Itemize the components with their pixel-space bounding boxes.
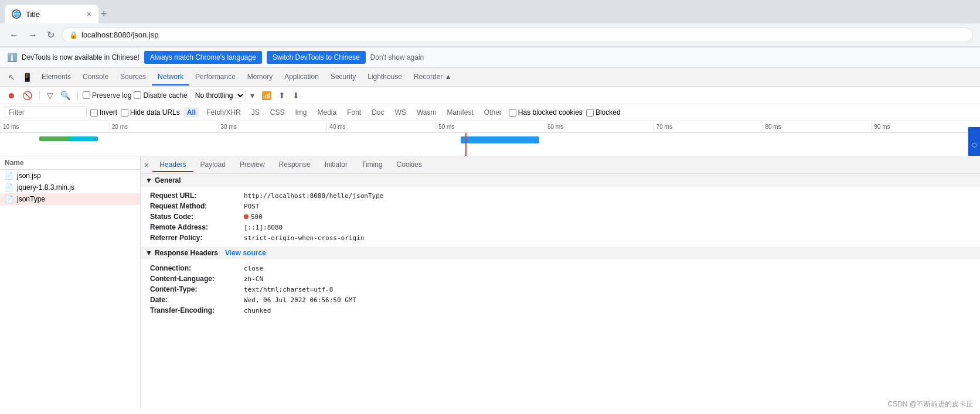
- mark-80ms: 80 ms: [762, 121, 871, 132]
- throttling-dropdown[interactable]: ▾: [248, 90, 257, 101]
- timeline-ruler: 10 ms 20 ms 30 ms 40 ms 50 ms 60 ms 70 m…: [0, 121, 980, 133]
- preserve-log-checkbox[interactable]: [83, 91, 90, 99]
- tab-console[interactable]: Console: [77, 69, 114, 85]
- detail-tab-payload[interactable]: Payload: [193, 158, 233, 172]
- blocked-checkbox[interactable]: [586, 109, 594, 117]
- file-name-jquery: jquery-1.8.3.min.js: [17, 183, 74, 191]
- date-row: Date: Wed, 06 Jul 2022 06:56:50 GMT: [150, 295, 971, 305]
- disable-cache-text: Disable cache: [143, 91, 187, 100]
- file-item-jquery[interactable]: 📄 jquery-1.8.3.min.js: [0, 182, 140, 193]
- browser-chrome: 🌐 Title × + ← → ↻ 🔒 localhost:8080/json.…: [0, 0, 980, 47]
- tab-lighthouse[interactable]: Lighthouse: [362, 69, 408, 85]
- tab-elements[interactable]: Elements: [36, 69, 77, 85]
- new-tab-button[interactable]: +: [101, 8, 107, 20]
- remote-address-value: [::1]:8080: [244, 224, 283, 231]
- timeline-bar-jsontype: [461, 136, 539, 143]
- dont-show-again-button[interactable]: Don't show again: [370, 53, 424, 61]
- timeline-expand-btn[interactable]: ⬡: [968, 127, 980, 156]
- tab-security[interactable]: Security: [325, 69, 362, 85]
- device-icon[interactable]: 📱: [19, 70, 36, 84]
- filter-type-wasm[interactable]: Wasm: [413, 107, 440, 118]
- request-url-label: Request URL:: [150, 191, 244, 200]
- filter-type-img[interactable]: Img: [291, 107, 310, 118]
- detail-close-btn[interactable]: ×: [141, 160, 152, 170]
- has-blocked-checkbox[interactable]: [509, 109, 516, 117]
- throttling-select[interactable]: No throttling: [190, 90, 246, 101]
- detail-tab-bar: × Headers Payload Preview Response Initi…: [141, 156, 980, 174]
- filter-type-manifest[interactable]: Manifest: [443, 107, 477, 118]
- hide-data-checkbox[interactable]: [121, 109, 128, 117]
- address-bar[interactable]: 🔒 localhost:8080/json.jsp: [62, 28, 973, 42]
- search-button[interactable]: 🔍: [58, 90, 73, 101]
- detail-tab-timing[interactable]: Timing: [355, 158, 390, 172]
- preserve-log-text: Preserve log: [92, 91, 131, 100]
- date-label: Date:: [150, 296, 244, 304]
- export-button[interactable]: ⬇: [290, 90, 302, 101]
- view-source-link[interactable]: View source: [225, 249, 266, 257]
- file-name-jsontype: jsonType: [17, 195, 45, 203]
- record-button[interactable]: ⏺: [5, 90, 18, 101]
- forward-button[interactable]: →: [26, 28, 40, 43]
- detail-tab-response[interactable]: Response: [272, 158, 318, 172]
- import-button[interactable]: ⬆: [276, 90, 288, 101]
- content-type-label: Content-Type:: [150, 285, 244, 293]
- detail-panel: × Headers Payload Preview Response Initi…: [141, 156, 980, 408]
- general-arrow: ▼: [145, 176, 152, 184]
- disable-cache-checkbox[interactable]: [134, 91, 141, 99]
- always-match-button[interactable]: Always match Chrome's language: [144, 51, 262, 64]
- filter-type-other[interactable]: Other: [481, 107, 505, 118]
- tab-recorder[interactable]: Recorder ▲: [408, 69, 458, 85]
- detail-tab-headers[interactable]: Headers: [152, 158, 193, 172]
- wifi-icon[interactable]: 📶: [259, 90, 274, 101]
- filter-type-all[interactable]: All: [183, 107, 199, 118]
- tab-sources[interactable]: Sources: [114, 69, 152, 85]
- timeline-bars: ⬡: [0, 133, 980, 156]
- invert-checkbox[interactable]: [90, 109, 98, 117]
- filter-type-fetch[interactable]: Fetch/XHR: [203, 107, 244, 118]
- status-dot: [244, 214, 249, 219]
- lock-icon: 🔒: [69, 31, 78, 39]
- remote-address-label: Remote Address:: [150, 223, 244, 231]
- content-language-value: zh-CN: [244, 275, 263, 283]
- filter-input[interactable]: [5, 107, 87, 118]
- separator-2: [77, 91, 78, 100]
- mark-50ms: 50 ms: [435, 121, 545, 132]
- file-icon-jsp: 📄: [5, 172, 13, 180]
- clear-button[interactable]: 🚫: [20, 90, 35, 101]
- filter-type-ws[interactable]: WS: [392, 107, 410, 118]
- request-url-row: Request URL: http://localhost:8080/hello…: [150, 190, 971, 201]
- mark-70ms: 70 ms: [654, 121, 763, 132]
- filter-icon[interactable]: ▽: [45, 90, 56, 101]
- reload-button[interactable]: ↻: [45, 27, 57, 43]
- transfer-encoding-label: Transfer-Encoding:: [150, 306, 244, 314]
- tab-memory[interactable]: Memory: [241, 69, 278, 85]
- filter-type-media[interactable]: Media: [314, 107, 340, 118]
- cursor-icon[interactable]: ↖: [5, 70, 19, 84]
- switch-devtools-button[interactable]: Switch DevTools to Chinese: [267, 51, 366, 64]
- filter-type-css[interactable]: CSS: [267, 107, 288, 118]
- tab-favicon: 🌐: [12, 9, 21, 19]
- file-item-jsontype[interactable]: 📄 jsonType: [0, 193, 140, 205]
- filter-type-font[interactable]: Font: [343, 107, 365, 118]
- address-bar-row: ← → ↻ 🔒 localhost:8080/json.jsp: [0, 23, 980, 46]
- filter-type-js[interactable]: JS: [248, 107, 263, 118]
- detail-tab-preview[interactable]: Preview: [233, 158, 272, 172]
- response-headers-section-header[interactable]: ▼ Response Headers View source: [141, 247, 980, 259]
- content-type-value: text/html;charset=utf-8: [244, 286, 333, 293]
- tab-performance[interactable]: Performance: [189, 69, 241, 85]
- tab-network[interactable]: Network: [152, 69, 189, 85]
- general-section-header[interactable]: ▼ General: [141, 174, 980, 187]
- separator-1: [39, 91, 40, 100]
- tab-close-btn[interactable]: ×: [87, 9, 91, 19]
- file-icon-err: 📄: [5, 195, 13, 203]
- tab-application[interactable]: Application: [278, 69, 325, 85]
- back-button[interactable]: ←: [7, 28, 21, 43]
- file-item-jsnjsp[interactable]: 📄 json.jsp: [0, 170, 140, 182]
- browser-tab[interactable]: 🌐 Title ×: [5, 5, 98, 23]
- general-title: General: [155, 176, 181, 184]
- detail-tab-cookies[interactable]: Cookies: [390, 158, 429, 172]
- request-method-value: POST: [244, 203, 260, 210]
- detail-tab-initiator[interactable]: Initiator: [318, 158, 355, 172]
- referrer-policy-label: Referrer Policy:: [150, 234, 244, 242]
- filter-type-doc[interactable]: Doc: [368, 107, 387, 118]
